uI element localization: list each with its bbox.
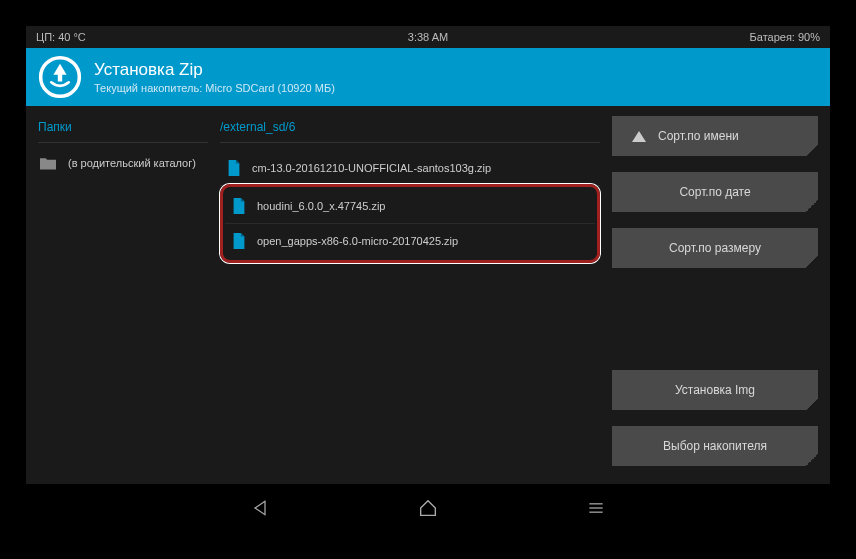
- file-icon: [231, 232, 247, 250]
- battery: Батарея: 90%: [559, 31, 820, 43]
- file-name: houdini_6.0.0_x.47745.zip: [257, 200, 385, 212]
- button-label: Выбор накопителя: [663, 439, 767, 453]
- file-icon: [226, 159, 242, 177]
- sort-up-icon: [632, 131, 646, 142]
- file-name: open_gapps-x86-6.0-micro-20170425.zip: [257, 235, 458, 247]
- select-storage-button[interactable]: Выбор накопителя: [612, 426, 818, 466]
- file-icon: [231, 197, 247, 215]
- twrp-logo-icon: [38, 55, 82, 99]
- folder-icon: [38, 155, 58, 171]
- status-bar: ЦП: 40 °C 3:38 AM Батарея: 90%: [26, 26, 830, 48]
- time: 3:38 AM: [297, 31, 558, 43]
- storage-info: Текущий накопитель: Micro SDCard (10920 …: [94, 82, 335, 94]
- file-name: cm-13.0-20161210-UNOFFICIAL-santos103g.z…: [252, 162, 491, 174]
- cpu-temp: ЦП: 40 °C: [36, 31, 297, 43]
- page-title: Установка Zip: [94, 60, 335, 80]
- menu-icon: [586, 498, 606, 518]
- button-label: Сорт.по имени: [658, 129, 739, 143]
- home-button[interactable]: [414, 494, 442, 522]
- file-item[interactable]: houdini_6.0.0_x.47745.zip: [225, 189, 595, 224]
- highlighted-files: houdini_6.0.0_x.47745.zip open_gapps-x86…: [220, 184, 600, 263]
- sort-by-size-button[interactable]: Сорт.по размеру: [612, 228, 818, 268]
- file-item[interactable]: open_gapps-x86-6.0-micro-20170425.zip: [225, 224, 595, 258]
- menu-button[interactable]: [582, 494, 610, 522]
- back-icon: [250, 498, 270, 518]
- home-icon: [417, 497, 439, 519]
- parent-folder-label: (в родительский каталог): [68, 157, 196, 169]
- actions-panel: Сорт.по имени Сорт.по дате Сорт.по разме…: [612, 116, 818, 474]
- files-panel: /external_sd/6 cm-13.0-20161210-UNOFFICI…: [220, 116, 600, 474]
- current-path: /external_sd/6: [220, 116, 600, 143]
- sort-by-name-button[interactable]: Сорт.по имени: [612, 116, 818, 156]
- navigation-bar: [26, 484, 830, 532]
- file-item[interactable]: cm-13.0-20161210-UNOFFICIAL-santos103g.z…: [220, 151, 600, 186]
- button-label: Сорт.по размеру: [669, 241, 761, 255]
- back-button[interactable]: [246, 494, 274, 522]
- parent-folder[interactable]: (в родительский каталог): [38, 151, 208, 175]
- header: Установка Zip Текущий накопитель: Micro …: [26, 48, 830, 106]
- folders-panel: Папки (в родительский каталог): [38, 116, 208, 474]
- install-img-button[interactable]: Установка Img: [612, 370, 818, 410]
- button-label: Сорт.по дате: [679, 185, 750, 199]
- sort-by-date-button[interactable]: Сорт.по дате: [612, 172, 818, 212]
- button-label: Установка Img: [675, 383, 755, 397]
- folders-label: Папки: [38, 116, 208, 143]
